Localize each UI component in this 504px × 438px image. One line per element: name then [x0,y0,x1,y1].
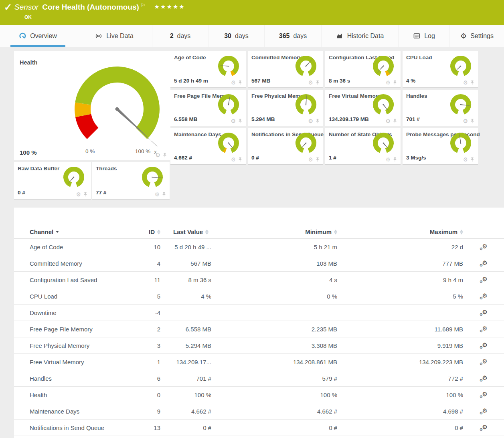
pin-icon[interactable] [470,157,475,162]
pin-icon[interactable] [470,80,475,85]
gauge-settings-gear-icon[interactable]: ⚙ [231,157,236,162]
channel-name[interactable]: Free Page File Memory [30,326,134,333]
gauge-settings-gear-icon[interactable]: ⚙ [308,157,313,162]
channel-settings-icon[interactable]: ⚙⚙ [480,342,488,349]
channel-name[interactable]: Health [30,392,134,398]
mini-gauge-panel[interactable]: Handles701 #⚙ [403,90,478,126]
mini-gauge-panel[interactable]: Committed Memory567 MB⚙ [248,51,323,88]
gauge-settings-gear-icon[interactable]: ⚙ [154,192,160,197]
pin-icon[interactable] [162,192,166,197]
channel-settings-icon[interactable]: ⚙⚙ [480,260,488,267]
channel-settings-icon[interactable]: ⚙⚙ [480,325,488,333]
channel-name[interactable]: Notifications in Send Queue [30,424,134,431]
channel-name[interactable]: Free Physical Memory [30,342,134,349]
channel-maximum: 9 h 4 m [337,277,463,283]
mini-gauge-panel[interactable]: Age of Code5 d 20 h 49 m⚙ [170,51,246,88]
mini-gauge-panel[interactable]: Free Virtual Memory134.209.179 MB⚙ [325,90,401,126]
gauge-settings-gear-icon[interactable]: ⚙ [463,80,468,85]
tab-label: days [177,32,191,40]
tab-label: Log [424,32,435,40]
channel-name[interactable]: Free Virtual Memory [30,359,134,365]
column-header-last-value[interactable]: Last Value [160,228,211,235]
pin-icon[interactable] [162,153,167,157]
mini-gauge-panel[interactable]: Maintenance Days4.662 #⚙ [170,128,246,165]
sort-icon-maximum [460,230,463,234]
mini-gauge-panel[interactable]: Number of State Objects1 #⚙ [325,128,401,165]
tab-log[interactable]: Log [399,25,450,47]
channel-gauge [215,91,243,119]
health-gauge: x̄ [57,49,177,163]
channel-minimum: 5 h 21 m [211,244,337,250]
mini-gauge-panel[interactable]: Configuration Last Saved8 m 36 s⚙ [325,51,401,88]
mini-gauge-panel[interactable]: Threads77 #⚙ [92,162,170,200]
column-header-maximum[interactable]: Maximum [337,228,463,235]
gauge-settings-gear-icon[interactable]: ⚙ [463,118,468,124]
pin-icon[interactable] [315,80,320,85]
table-row: Committed Memory4567 MB103 MB777 MB⚙⚙ [14,255,504,272]
pin-icon[interactable] [315,119,320,123]
channel-settings-icon[interactable]: ⚙⚙ [480,243,488,250]
gauge-settings-gear-icon[interactable]: ⚙ [385,80,391,85]
gauge-icon [19,32,26,40]
pin-icon[interactable] [238,119,243,123]
tab-number: 30 [224,32,231,40]
pin-icon[interactable] [83,192,88,197]
tab-30-days[interactable]: 30 days [208,25,265,47]
gauge-value: 3 Msg/s [406,155,426,161]
channel-gauge [447,91,475,119]
column-header-minimum[interactable]: Minimum [211,228,337,235]
channel-minimum: 0 % [211,293,337,300]
tab-2-days[interactable]: 2 days [152,25,208,47]
gauge-settings-gear-icon[interactable]: ⚙ [231,80,236,85]
channel-name[interactable]: Handles [30,375,134,382]
gauge-settings-gear-icon[interactable]: ⚙ [155,152,160,158]
tab-365-days[interactable]: 365 days [265,25,322,47]
channel-settings-icon[interactable]: ⚙⚙ [480,375,488,382]
mini-gauge-panel[interactable]: Free Page File Memory6.558 MB⚙ [170,90,246,126]
table-row: Age of Code105 d 20 h 49 ...5 h 21 m22 d… [14,239,504,255]
gauge-settings-gear-icon[interactable]: ⚙ [231,118,236,124]
pin-icon[interactable] [393,80,397,85]
pin-icon[interactable] [393,157,397,162]
pin-icon[interactable] [470,119,475,123]
mini-gauge-panel[interactable]: Probe Messages per Second3 Msg/s⚙ [403,128,478,165]
channel-id: 0 [134,392,160,398]
gauge-settings-gear-icon[interactable]: ⚙ [308,80,313,85]
gauge-settings-gear-icon[interactable]: ⚙ [385,118,391,124]
gauge-settings-gear-icon[interactable]: ⚙ [463,157,468,162]
channel-settings-icon[interactable]: ⚙⚙ [480,408,488,415]
channel-settings-icon[interactable]: ⚙⚙ [480,358,488,365]
health-gauge-panel[interactable]: Health x̄ 0 % 100 % 100 % ⚙ [14,51,170,160]
tab-historic-data[interactable]: Historic Data [322,25,399,47]
pin-icon[interactable] [238,80,243,85]
tab-settings[interactable]: ⚙ Settings [450,25,504,47]
channel-settings-icon[interactable]: ⚙⚙ [480,276,488,283]
channel-name[interactable]: Age of Code [30,244,134,250]
mini-gauge-panel[interactable]: CPU Load4 %⚙ [403,51,478,88]
channel-name[interactable]: Committed Memory [30,260,134,267]
mini-gauge-panel[interactable]: Notifications in Send Queue0 #⚙ [248,128,323,165]
channel-settings-icon[interactable]: ⚙⚙ [480,391,488,398]
mini-gauge-panel[interactable]: Free Physical Memory5.294 MB⚙ [248,90,323,126]
channel-name[interactable]: CPU Load [30,293,134,300]
channel-name[interactable]: Maintenance Days [30,408,134,415]
column-header-id[interactable]: ID [134,228,160,235]
gauge-settings-gear-icon[interactable]: ⚙ [76,192,81,197]
gauge-settings-gear-icon[interactable]: ⚙ [385,157,391,162]
tab-overview[interactable]: Overview [0,25,76,47]
column-header-channel[interactable]: Channel [30,228,134,235]
priority-stars[interactable]: ★★★★★ [154,3,185,10]
flag-icon[interactable]: ⚐ [141,2,146,8]
channel-gauge [292,130,320,158]
channel-settings-icon[interactable]: ⚙⚙ [480,293,488,300]
gauge-settings-gear-icon[interactable]: ⚙ [308,118,313,124]
pin-icon[interactable] [238,157,243,162]
channel-settings-icon[interactable]: ⚙⚙ [480,309,488,316]
tab-live-data[interactable]: Live Data [76,25,152,47]
channel-settings-icon[interactable]: ⚙⚙ [480,424,488,431]
channel-name[interactable]: Downtime [30,309,134,316]
channel-name[interactable]: Configuration Last Saved [30,277,134,283]
mini-gauge-panel[interactable]: Raw Data Buffer0 #⚙ [14,162,91,200]
pin-icon[interactable] [393,119,397,123]
pin-icon[interactable] [315,157,320,162]
